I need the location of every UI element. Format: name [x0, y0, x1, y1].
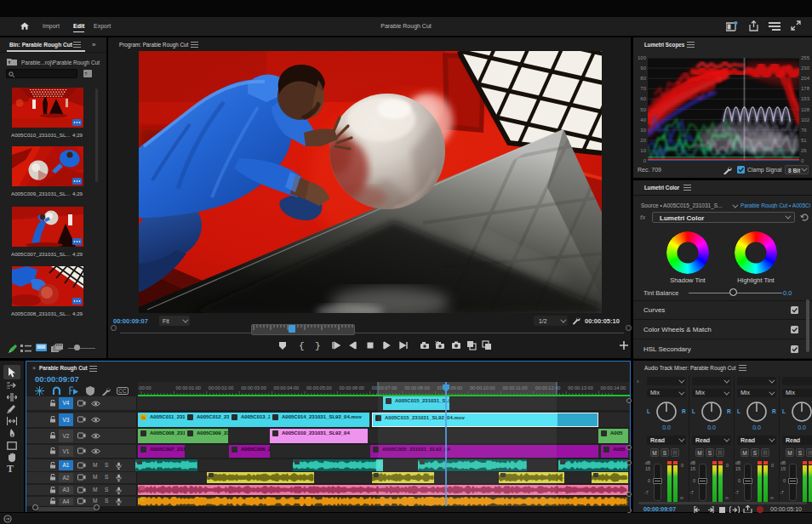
- svg-text:80: 80: [640, 76, 646, 81]
- svg-text:0: 0: [643, 158, 647, 163]
- svg-text:255: 255: [801, 55, 810, 60]
- svg-text:00:00:04:00: 00:00:04:00: [274, 385, 300, 390]
- svg-text:26: 26: [801, 148, 807, 153]
- svg-text:70: 70: [640, 86, 646, 91]
- svg-text:00:00:07:00: 00:00:07:00: [372, 385, 397, 390]
- svg-text:00:00:11:00: 00:00:11:00: [502, 385, 527, 390]
- svg-text:00:00:03:00: 00:00:03:00: [241, 385, 266, 390]
- svg-text:50: 50: [640, 107, 646, 112]
- svg-text:00:00:06:00: 00:00:06:00: [339, 385, 364, 390]
- svg-text:00:00:10:00: 00:00:10:00: [470, 385, 495, 390]
- svg-text::00:00: :00:00: [138, 385, 152, 390]
- svg-text:20: 20: [640, 138, 646, 143]
- svg-text:76: 76: [801, 128, 807, 133]
- svg-text:128: 128: [801, 107, 810, 112]
- svg-text:204: 204: [801, 76, 810, 81]
- svg-text:102: 102: [801, 117, 810, 122]
- svg-text:40: 40: [640, 117, 646, 122]
- svg-text:178: 178: [801, 86, 810, 91]
- svg-text:0: 0: [801, 158, 804, 163]
- svg-text:51: 51: [801, 138, 807, 143]
- svg-text:00:00:13:00: 00:00:13:00: [568, 385, 593, 390]
- svg-text:153: 153: [801, 96, 810, 101]
- svg-text:00:00:05:00: 00:00:05:00: [306, 385, 332, 390]
- svg-text:60: 60: [640, 96, 646, 101]
- svg-text:00:00:14:00: 00:00:14:00: [601, 385, 626, 390]
- svg-text:90: 90: [640, 66, 646, 71]
- svg-text:CC: CC: [118, 388, 127, 394]
- svg-text:230: 230: [801, 66, 810, 71]
- svg-text:00:00:08:00: 00:00:08:00: [404, 385, 430, 390]
- svg-text:{: {: [299, 341, 305, 350]
- svg-text:00:00:02:00: 00:00:02:00: [209, 385, 234, 390]
- svg-text:10: 10: [640, 148, 646, 153]
- svg-text:00:00:01:00: 00:00:01:00: [175, 385, 201, 390]
- svg-text:}: }: [315, 341, 321, 350]
- svg-text:30: 30: [640, 128, 646, 133]
- svg-text:100: 100: [638, 55, 647, 60]
